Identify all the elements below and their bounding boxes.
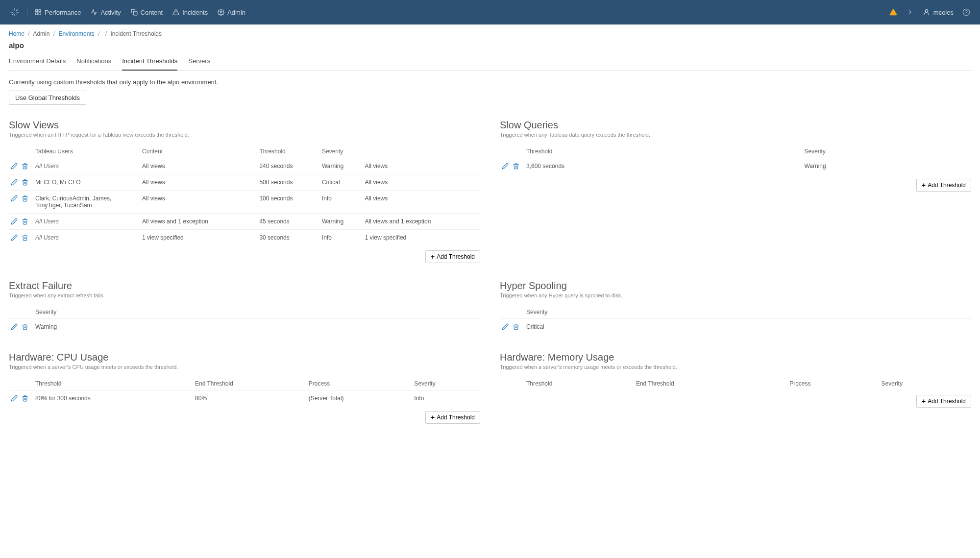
col-header: Process	[787, 377, 879, 390]
table-row: All UsersAll views240 secondsWarningAll …	[9, 158, 480, 174]
tabs-container: Environment Details Notifications Incide…	[9, 54, 971, 71]
slow-queries-table: Threshold Severity 3,600 secondsWarning	[500, 145, 971, 174]
section-title: Hyper Spooling	[500, 280, 971, 291]
col-header: Severity	[802, 145, 971, 158]
tab-environment-details[interactable]: Environment Details	[9, 54, 66, 70]
add-threshold-button[interactable]: +Add Threshold	[425, 411, 480, 424]
chevron-right-icon[interactable]	[906, 8, 914, 16]
tab-incident-thresholds[interactable]: Incident Thresholds	[122, 54, 177, 71]
cell-process: (Server Total)	[307, 390, 413, 407]
edit-icon[interactable]	[11, 179, 18, 186]
plus-icon: +	[431, 253, 435, 260]
help-icon[interactable]	[962, 8, 970, 16]
breadcrumb-current: Incident Thresholds	[111, 30, 162, 37]
section-memory-usage: Hardware: Memory Usage Triggered when a …	[500, 352, 971, 424]
delete-icon[interactable]	[22, 234, 28, 241]
svg-line-6	[12, 14, 13, 15]
col-header: Threshold	[524, 377, 634, 390]
add-threshold-button[interactable]: +Add Threshold	[425, 250, 480, 263]
breadcrumb-sep: /	[53, 30, 55, 37]
add-threshold-button[interactable]: +Add Threshold	[916, 179, 971, 192]
col-header: Content	[140, 145, 257, 158]
section-desc: Triggered when any Tableau data query ex…	[500, 132, 971, 138]
edit-icon[interactable]	[11, 218, 18, 225]
user-menu[interactable]: mcoles	[923, 8, 954, 16]
edit-icon[interactable]	[11, 323, 18, 330]
tab-notifications[interactable]: Notifications	[76, 54, 111, 70]
svg-rect-12	[133, 11, 137, 15]
cell-threshold: 100 seconds	[257, 191, 320, 214]
alert-icon[interactable]	[889, 8, 897, 16]
edit-icon[interactable]	[11, 163, 18, 170]
nav-label: Performance	[45, 9, 81, 16]
breadcrumb: Home / Admin / Environments / / Incident…	[9, 30, 971, 37]
col-header: Threshold	[524, 145, 802, 158]
edit-icon[interactable]	[11, 195, 18, 202]
section-title: Hardware: CPU Usage	[9, 352, 480, 363]
section-desc: Triggered when an HTTP request for a Tab…	[9, 132, 480, 138]
top-navigation-bar: Performance Activity Content Incidents A…	[0, 0, 980, 24]
delete-icon[interactable]	[22, 195, 28, 202]
cell-severity: Warning	[802, 158, 971, 174]
delete-icon[interactable]	[22, 218, 28, 225]
nav-performance[interactable]: Performance	[35, 9, 81, 16]
cell-end-threshold: 80%	[193, 390, 307, 407]
cell-users: All Users	[33, 214, 140, 230]
topbar-right: mcoles	[889, 8, 970, 16]
nav-label: Incidents	[182, 9, 208, 16]
breadcrumb-home[interactable]: Home	[9, 30, 24, 37]
edit-icon[interactable]	[502, 323, 509, 330]
cell-severity: Info	[320, 191, 363, 214]
delete-icon[interactable]	[513, 323, 519, 330]
info-text: Currently using custom thresholds that o…	[9, 78, 971, 86]
col-header: Threshold	[33, 377, 193, 390]
breadcrumb-sep: /	[105, 30, 107, 37]
delete-icon[interactable]	[22, 179, 28, 186]
add-threshold-button[interactable]: +Add Threshold	[916, 395, 971, 408]
svg-point-15	[220, 11, 222, 13]
nav-content[interactable]: Content	[131, 9, 163, 16]
cell-content: All views	[140, 191, 257, 214]
table-row: 3,600 secondsWarning	[500, 158, 971, 174]
col-header: Threshold	[257, 145, 320, 158]
nav-label: Admin	[227, 9, 245, 16]
col-header: Process	[307, 377, 413, 390]
section-cpu-usage: Hardware: CPU Usage Triggered when a ser…	[9, 352, 480, 424]
edit-icon[interactable]	[11, 234, 18, 241]
cell-threshold: 30 seconds	[257, 230, 320, 246]
tab-servers[interactable]: Servers	[188, 54, 210, 70]
delete-icon[interactable]	[22, 163, 28, 170]
use-global-thresholds-button[interactable]: Use Global Thresholds	[9, 91, 86, 105]
edit-icon[interactable]	[502, 163, 509, 170]
edit-icon[interactable]	[11, 395, 18, 402]
table-row: 80% for 300 seconds80%(Server Total)Info	[9, 390, 480, 407]
extract-failure-table: Severity Warning	[9, 306, 480, 335]
gear-icon	[218, 9, 224, 16]
username: mcoles	[933, 9, 954, 16]
cell-severity: Warning	[320, 214, 363, 230]
breadcrumb-environments[interactable]: Environments	[58, 30, 94, 37]
cpu-usage-table: Threshold End Threshold Process Severity…	[9, 377, 480, 406]
svg-line-4	[12, 9, 13, 11]
delete-icon[interactable]	[513, 163, 519, 170]
cell-extra: All views	[363, 174, 480, 191]
nav-admin[interactable]: Admin	[218, 9, 245, 16]
logo-container	[10, 7, 27, 17]
slow-views-table: Tableau Users Content Threshold Severity…	[9, 145, 480, 245]
section-title: Slow Queries	[500, 120, 971, 131]
table-row: Mr CEO, Mr CFOAll views500 secondsCritic…	[9, 174, 480, 191]
section-desc: Triggered when any Hyper query is spoole…	[500, 292, 971, 298]
cell-users: All Users	[33, 158, 140, 174]
svg-rect-8	[36, 10, 38, 12]
breadcrumb-sep: /	[28, 30, 29, 37]
cell-threshold: 240 seconds	[257, 158, 320, 174]
add-label: Add Threshold	[437, 253, 475, 260]
section-desc: Triggered when a server's memory usage m…	[500, 364, 971, 370]
delete-icon[interactable]	[22, 323, 28, 330]
cell-content: All views and 1 exception	[140, 214, 257, 230]
nav-incidents[interactable]: Incidents	[172, 9, 208, 16]
delete-icon[interactable]	[22, 395, 28, 402]
section-hyper-spooling: Hyper Spooling Triggered when any Hyper …	[500, 280, 971, 335]
section-extract-failure: Extract Failure Triggered when any extra…	[9, 280, 480, 335]
nav-activity[interactable]: Activity	[91, 9, 121, 16]
